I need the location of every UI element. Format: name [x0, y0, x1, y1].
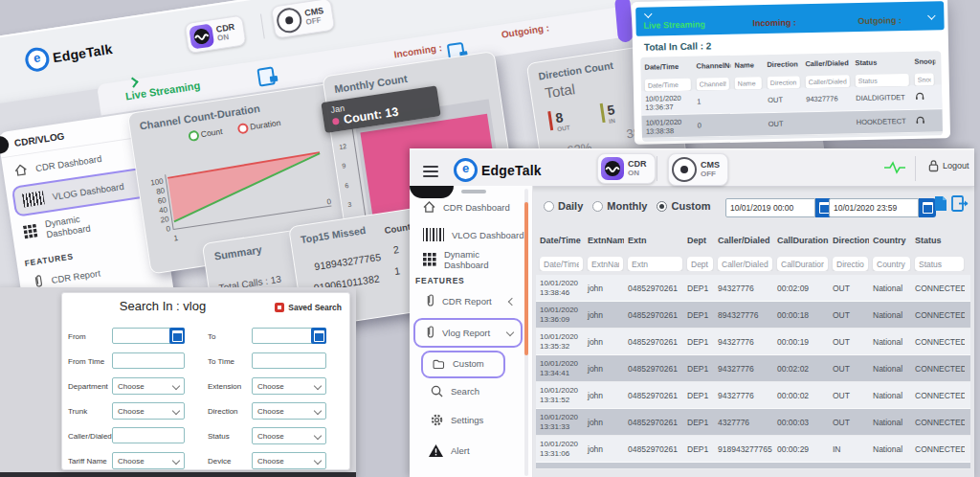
sidebar-item-vlog-dashboard[interactable]: VLOG Dashboard — [11, 167, 152, 217]
sidebar-item-dynamic-dashboard[interactable]: DynamicDashboard — [423, 249, 488, 270]
tariff-name-label: Tariff Name — [68, 457, 107, 466]
chevron-left-icon[interactable] — [508, 298, 516, 306]
legend-duration[interactable]: Duration — [236, 118, 281, 135]
outgoing-tab[interactable]: Outgoing : — [858, 15, 902, 26]
chevron-down-icon — [172, 457, 180, 465]
caller-dialed-label: Caller/Dialed — [68, 432, 112, 441]
from-time-input[interactable] — [112, 352, 185, 369]
trunk-select[interactable]: Choose — [112, 402, 185, 420]
snoop-headset-icon[interactable] — [916, 115, 925, 125]
sidebar-item-vlog-dashboard[interactable]: VLOG Dashboard — [423, 228, 524, 241]
edgetalk-logo-icon: e — [24, 46, 51, 73]
export-pdf-icon[interactable] — [256, 66, 276, 86]
out-bar — [547, 111, 553, 130]
cms-toggle[interactable]: CMSOFF — [668, 153, 728, 186]
chevron-down-icon — [314, 407, 322, 415]
filter-input[interactable] — [806, 75, 850, 88]
sidebar-item-cdr-dashboard[interactable]: CDR Dashboard — [423, 201, 510, 213]
filter-input[interactable] — [768, 76, 800, 89]
filter-input[interactable] — [735, 77, 762, 90]
sidebar-item-settings[interactable]: Settings — [431, 414, 483, 426]
from-time-label: From Time — [68, 357, 104, 366]
live-streaming-tab[interactable]: Live Streaming — [643, 19, 705, 30]
svg-text:20: 20 — [160, 215, 170, 224]
filter-input[interactable] — [718, 257, 772, 271]
calendar-icon — [314, 330, 324, 342]
filter-input[interactable] — [687, 257, 713, 271]
radio-monthly[interactable]: Monthly — [592, 200, 647, 212]
chevron-down-icon — [314, 457, 322, 465]
app-sidebar: CDR Dashboard VLOG Dashboard DynamicDash… — [410, 186, 533, 477]
total-label: Total — [544, 80, 576, 101]
home-icon — [423, 201, 435, 213]
sidebar-item-cdr-report[interactable]: CDR Report — [33, 264, 101, 289]
sidebar-scrollbar[interactable] — [524, 189, 528, 476]
sidebar-item-custom[interactable]: Custom — [421, 351, 505, 378]
missed-count: 1 — [393, 264, 401, 277]
scrollbar-thumb[interactable] — [524, 202, 528, 355]
table-row[interactable]: 10/01/2020 13:38:46john04852970261DEP194… — [536, 275, 970, 302]
sidebar-item-dynamic-dashboard[interactable]: DynamicDashboard — [22, 213, 91, 243]
grid-icon — [423, 253, 436, 266]
username-sliver — [461, 190, 486, 193]
chevron-down-icon[interactable] — [927, 11, 935, 19]
radio-daily[interactable]: Daily — [544, 200, 583, 212]
sidebar-item-search[interactable]: Search — [431, 385, 479, 398]
sidebar-item-cdr-report[interactable]: CDR Report — [425, 293, 492, 308]
table-row[interactable]: 10/01/2020 13:34:41john04852970261DEP194… — [536, 355, 970, 382]
legend-count[interactable]: Count — [188, 126, 223, 142]
sidebar-item-cdr-dashboard[interactable]: CDR Dashboard — [13, 152, 101, 176]
export-file-icon[interactable] — [934, 195, 947, 212]
divider — [915, 156, 916, 181]
filter-input[interactable] — [628, 257, 682, 271]
device-select[interactable]: Choose — [252, 452, 326, 469]
extension-select[interactable]: Choose — [252, 377, 326, 395]
table-row[interactable]: 10/01/2020 13:36:09john04852970261DEP189… — [536, 302, 970, 329]
direction-select[interactable]: Choose — [252, 402, 326, 420]
to-calendar-button[interactable] — [311, 328, 326, 344]
filter-input[interactable] — [915, 257, 964, 271]
filter-input[interactable] — [588, 257, 623, 271]
saved-search-icon — [275, 303, 284, 312]
table-row[interactable]: 10/01/2020 13:31:33john04852970261DEP143… — [536, 409, 970, 436]
table-row[interactable]: 10/01/2020 13:31:06john04852970261DEP191… — [536, 436, 970, 463]
filter-input[interactable] — [645, 78, 691, 91]
extension-label: Extension — [208, 382, 241, 391]
table-row[interactable]: 10/01/2020 13:35:32john04852970261DEP194… — [536, 329, 970, 355]
snoop-headset-icon[interactable] — [915, 91, 924, 101]
filter-input[interactable] — [873, 257, 910, 271]
sidebar-item-alert[interactable]: Alert — [429, 444, 470, 457]
radio-custom[interactable]: Custom — [657, 200, 710, 212]
activity-pulse-icon[interactable] — [884, 161, 905, 174]
export-pdf-icon[interactable] — [951, 195, 969, 212]
home-icon — [13, 164, 28, 177]
filter-input[interactable] — [540, 257, 583, 271]
date-to-input[interactable]: 10/01/2020 23:59 — [829, 198, 919, 217]
sidebar-item-vlog-report[interactable]: Vlog Report — [413, 318, 523, 348]
table-row[interactable]: 10/01/202013:38:38 0 OUT HOOKDETECT — [641, 109, 942, 139]
app-header: e EdgeTalk CDRON CMSOFF Logout — [410, 150, 974, 187]
cdr-toggle[interactable]: CDRON — [597, 153, 656, 184]
cdr-wave-icon — [189, 23, 214, 49]
edgetalk-logo-icon: e — [454, 158, 478, 182]
hamburger-menu[interactable] — [423, 163, 438, 180]
department-select[interactable]: Choose — [112, 377, 185, 395]
saved-search-button[interactable]: Saved Search — [275, 303, 342, 312]
chevron-down-icon[interactable] — [644, 10, 652, 17]
table-row[interactable]: 10/01/2020 13:31:52john04852970261DEP194… — [536, 382, 970, 409]
from-calendar-button[interactable] — [169, 328, 185, 344]
tariff-select[interactable]: Choose — [112, 452, 185, 469]
incoming-tab[interactable]: Incoming : — [752, 17, 796, 28]
divider — [657, 156, 657, 181]
to-time-input[interactable] — [252, 352, 326, 369]
filter-input[interactable] — [915, 73, 934, 85]
filter-input[interactable] — [777, 257, 828, 271]
filter-input[interactable] — [833, 257, 868, 271]
series-dot — [332, 117, 340, 125]
filter-input[interactable] — [697, 77, 729, 90]
filter-input[interactable] — [856, 73, 909, 86]
date-from-input[interactable]: 10/01/2019 00:00 — [725, 198, 815, 217]
status-select[interactable]: Choose — [252, 427, 326, 444]
logout-button[interactable]: Logout — [928, 159, 969, 172]
caller-dialed-input[interactable] — [112, 427, 185, 443]
